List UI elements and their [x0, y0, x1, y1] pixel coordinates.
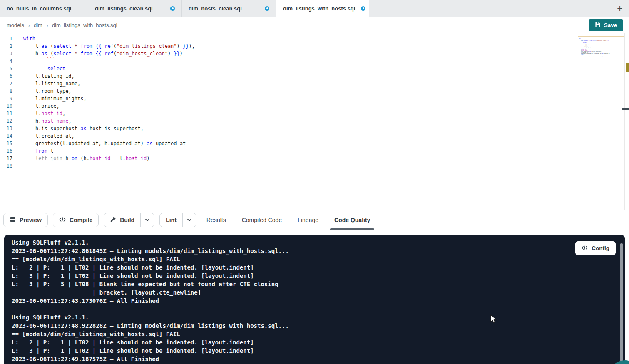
code-token: ( [47, 51, 53, 57]
code-token [23, 66, 47, 72]
code-line[interactable]: h.is_superhost as host_is_superhost, [0, 125, 195, 132]
code-line[interactable]: l.listing_id, [0, 72, 195, 80]
code-token: ) [177, 43, 183, 49]
code-line[interactable]: l.listing_name, [0, 80, 195, 87]
code-token: = l. [111, 156, 126, 161]
code-token: as [41, 51, 47, 57]
lint-button-label: Lint [166, 217, 177, 223]
build-dropdown-button[interactable] [140, 213, 154, 227]
code-token: updated_at [603, 53, 609, 54]
code-line[interactable]: from l [0, 147, 195, 155]
code-token: select [47, 66, 65, 72]
breadcrumb: models›dim›dim_listings_with_hosts.sql [7, 17, 117, 33]
overview-ruler-warning-mark [626, 63, 629, 72]
breadcrumb-item: dim [34, 22, 42, 28]
lint-button[interactable]: Lint [160, 213, 182, 227]
code-icon [59, 217, 66, 223]
code-content[interactable]: with l as (select * from {{ ref("dim_lis… [0, 35, 195, 170]
code-token: * [75, 51, 77, 57]
preview-button[interactable]: Preview [4, 213, 47, 227]
file-tab-label: dim_listings_clean.sql [95, 5, 153, 12]
breadcrumb-item: dim_listings_with_hosts.sql [52, 22, 117, 28]
code-token: left join [581, 56, 586, 57]
code-token: ( [47, 43, 53, 49]
code-token: {{ [95, 51, 101, 57]
file-header-bar: models›dim›dim_listings_with_hosts.sql [0, 17, 629, 33]
unsaved-changes-icon[interactable] [170, 6, 175, 11]
code-line[interactable]: select [0, 65, 195, 72]
code-token: ) [609, 40, 609, 41]
code-token [72, 51, 75, 57]
editor-scrollbar-track[interactable] [624, 33, 625, 212]
terminal-output: Using SQLFluff v2.1.1. 2023-06-06T11:27:… [12, 238, 289, 363]
code-token: ( [114, 43, 117, 49]
code-line[interactable]: l as (select * from {{ ref("dim_listings… [0, 42, 195, 50]
code-line[interactable]: h as (select * from {{ ref("dim_hosts_cl… [0, 50, 195, 57]
code-token: ref [104, 43, 114, 49]
config-button[interactable]: Config [575, 241, 616, 255]
code-token: * [75, 43, 77, 49]
code-token: as [80, 126, 86, 131]
tab-code-quality[interactable]: Code Quality [328, 210, 376, 230]
code-token: host_id [591, 56, 595, 57]
code-line[interactable]: greatest(l.updated_at, h.updated_at) as … [0, 140, 195, 147]
save-button[interactable]: Save [589, 19, 623, 31]
code-line[interactable]: l.minimum_nights, [0, 95, 195, 102]
preview-button-label: Preview [20, 217, 42, 223]
code-token: h. [23, 118, 41, 124]
code-token: ) [168, 51, 174, 57]
code-line[interactable]: l.room_type, [0, 87, 195, 95]
tab-lineage[interactable]: Lineage [292, 210, 324, 230]
code-line[interactable] [0, 162, 195, 170]
build-button-label: Build [120, 217, 134, 223]
compile-button-label: Compile [70, 217, 92, 223]
compile-button[interactable]: Compile [53, 213, 98, 227]
code-token: host_id [41, 111, 62, 116]
code-token: select [584, 40, 588, 41]
minimap[interactable]: with l as (select * from {{ ref("dim_lis… [579, 38, 620, 58]
terminal-scrollbar[interactable] [620, 243, 623, 364]
code-line[interactable]: l.created_at, [0, 132, 195, 140]
compile-button-group: Compile [53, 213, 99, 227]
code-token: ), [610, 40, 612, 40]
file-tab-label: dim_listings_with_hosts.sql [283, 5, 355, 12]
file-tab-label: dim_hosts_clean.sql [189, 5, 242, 12]
code-token: l.created_at, [23, 133, 75, 139]
code-token: }} [174, 51, 179, 57]
tab-results[interactable]: Results [201, 210, 232, 230]
code-token: l.room_type, [23, 88, 72, 94]
file-tab[interactable]: dim_listings_clean.sql [88, 0, 182, 17]
unsaved-changes-icon[interactable] [361, 6, 365, 11]
file-tab[interactable]: dim_listings_with_hosts.sql [276, 0, 369, 17]
code-token: from [80, 51, 92, 57]
code-line[interactable]: left join h on (h.host_id = l.host_id) [0, 155, 195, 162]
code-token: on [72, 156, 77, 161]
code-token: l.listing_id, [23, 73, 75, 79]
code-token: host_id [126, 156, 147, 161]
code-token [23, 148, 35, 154]
file-tab[interactable]: no_nulls_in_columns.sql [0, 0, 88, 17]
code-token: "dim_hosts_clean" [597, 40, 607, 41]
breadcrumb-separator-icon: › [28, 22, 30, 28]
code-token: , [68, 118, 71, 124]
code-line[interactable] [0, 57, 195, 65]
code-token [23, 156, 35, 161]
code-token: from [35, 148, 47, 154]
build-button-group: Build [104, 213, 154, 227]
breadcrumb-separator-icon: › [46, 22, 48, 28]
code-line[interactable]: l.host_id, [0, 110, 195, 117]
file-tab[interactable]: dim_hosts_clean.sql [182, 0, 276, 17]
code-token: from [80, 43, 92, 49]
code-editor[interactable]: 123456789101112131415161718 with l as (s… [0, 33, 629, 212]
code-token: updated_at [153, 141, 186, 146]
unsaved-changes-icon[interactable] [265, 6, 269, 11]
code-token: (h. [77, 156, 90, 161]
code-line[interactable]: with [0, 35, 195, 42]
code-token: ) [147, 156, 149, 161]
code-token: l [23, 43, 41, 49]
code-line[interactable]: h.host_name, [0, 117, 195, 125]
code-line[interactable]: l.price, [0, 102, 195, 110]
new-tab-button[interactable]: + [615, 3, 625, 13]
build-button[interactable]: Build [104, 213, 140, 227]
tab-compiled-code[interactable]: Compiled Code [236, 210, 288, 230]
